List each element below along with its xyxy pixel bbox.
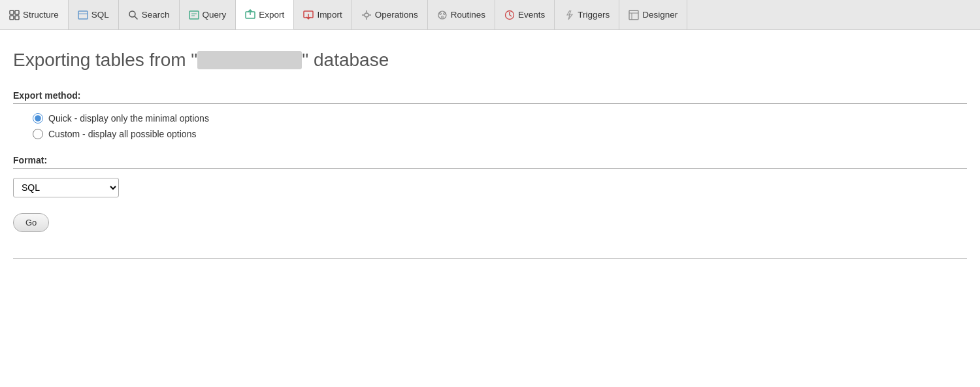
tab-events-label: Events [518,10,545,20]
go-button[interactable]: Go [13,213,49,232]
format-select[interactable]: SQL CSV JSON XML PDF Excel [13,178,119,197]
tab-operations[interactable]: Operations [352,0,428,29]
svg-rect-2 [10,16,14,20]
svg-rect-27 [629,10,638,20]
tab-structure-label: Structure [23,10,59,20]
svg-rect-8 [189,11,199,19]
radio-custom-label: Custom - display all possible options [48,129,196,139]
svg-rect-4 [78,11,88,19]
radio-quick-input[interactable] [33,113,43,124]
svg-line-7 [135,16,138,20]
format-section: Format: SQL CSV JSON XML PDF Excel [13,155,967,197]
export-method-options: Quick - display only the minimal options… [13,113,967,139]
title-prefix: Exporting tables from " [13,50,197,70]
main-content: Exporting tables from " " database Expor… [0,30,980,259]
operations-icon [361,10,372,20]
radio-custom[interactable]: Custom - display all possible options [33,129,967,139]
tab-query[interactable]: Query [180,0,237,29]
page-title: Exporting tables from " " database [13,50,967,71]
tab-export[interactable]: Export [236,0,294,29]
routines-icon [437,10,448,20]
tab-designer[interactable]: Designer [619,0,687,29]
radio-quick[interactable]: Quick - display only the minimal options [33,113,967,124]
radio-quick-label: Quick - display only the minimal options [48,113,209,124]
structure-icon [9,10,20,20]
svg-rect-3 [15,16,19,20]
tab-import-label: Import [317,10,342,20]
tab-sql[interactable]: SQL [69,0,119,29]
query-icon [189,10,199,20]
svg-rect-0 [10,10,14,14]
export-method-section: Export method: Quick - display only the … [13,90,967,139]
import-icon [303,10,314,20]
tab-routines[interactable]: Routines [428,0,495,29]
go-section: Go [13,213,967,232]
title-suffix: " database [302,50,389,70]
svg-point-22 [443,12,445,14]
tab-events[interactable]: Events [495,0,555,29]
tab-triggers[interactable]: Triggers [555,0,619,29]
search-icon [128,10,139,20]
designer-icon [629,10,639,20]
tab-triggers-label: Triggers [578,10,610,20]
bottom-divider [13,258,967,259]
tab-search[interactable]: Search [119,0,180,29]
svg-line-26 [510,15,512,16]
svg-point-15 [365,13,368,17]
tab-export-label: Export [259,10,284,20]
tab-query-label: Query [203,10,227,20]
radio-custom-input[interactable] [33,129,43,139]
triggers-icon [564,10,574,20]
svg-rect-1 [15,10,19,14]
tab-sql-label: SQL [91,10,109,20]
tab-designer-label: Designer [642,10,678,20]
tab-structure[interactable]: Structure [0,0,69,29]
events-icon [504,10,515,20]
format-header: Format: [13,155,967,169]
tab-bar: Structure SQL Search Query [0,0,980,30]
svg-point-23 [441,16,443,18]
tab-search-label: Search [142,10,170,20]
export-icon [245,9,255,20]
tab-operations-label: Operations [375,10,418,20]
export-method-header: Export method: [13,90,967,104]
db-name-blurred [197,51,302,69]
svg-point-21 [439,12,441,14]
tab-routines-label: Routines [451,10,485,20]
sql-icon [78,10,88,20]
tab-import[interactable]: Import [294,0,351,29]
svg-point-6 [129,11,135,17]
